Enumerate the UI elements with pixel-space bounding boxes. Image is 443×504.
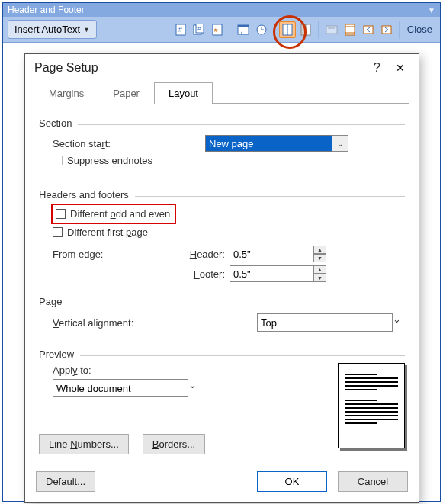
page-setup-dialog: Page Setup ? ✕ Margins Paper Layout Sect… <box>24 53 419 503</box>
page-group-label: Page <box>39 296 62 307</box>
vertical-alignment-label: Vertical alignment: <box>53 317 257 329</box>
insert-autotext-button[interactable]: Insert AutoText ▼ <box>8 20 97 39</box>
page-setup-icon[interactable] <box>279 21 296 38</box>
toolbar-separator <box>274 21 275 39</box>
svg-rect-15 <box>301 24 306 35</box>
different-first-page-checkbox[interactable] <box>53 227 63 237</box>
svg-rect-16 <box>306 24 310 35</box>
suppress-endnotes-label: Suppress endnotes <box>67 155 152 166</box>
insert-page-number-icon[interactable]: # <box>172 21 189 38</box>
switch-header-footer-icon[interactable] <box>342 21 358 38</box>
default-button[interactable]: Default... <box>36 471 95 492</box>
spin-down-icon[interactable]: ▼ <box>313 254 326 262</box>
tab-paper[interactable]: Paper <box>98 82 154 104</box>
svg-rect-23 <box>382 26 391 34</box>
chevron-down-icon[interactable]: ⌄ <box>188 379 197 397</box>
preview-thumbnail <box>338 363 405 448</box>
svg-rect-14 <box>287 24 292 35</box>
apply-to-value[interactable] <box>53 379 188 397</box>
dialog-titlebar[interactable]: Page Setup ? ✕ <box>25 54 419 82</box>
different-odd-even-label: Different odd and even <box>70 208 170 220</box>
insert-autotext-label: Insert AutoText <box>14 24 80 35</box>
format-page-number-icon[interactable]: # <box>209 21 226 38</box>
section-start-combo[interactable]: New page ⌄ <box>205 135 348 152</box>
toolbar-separator <box>399 21 400 39</box>
svg-text:#: # <box>214 27 218 34</box>
svg-rect-22 <box>364 26 373 34</box>
toolbar-title: Header and Footer <box>8 5 85 15</box>
show-hide-text-icon[interactable] <box>297 21 314 38</box>
svg-text:7: 7 <box>240 29 243 34</box>
borders-button[interactable]: Borders... <box>143 434 205 454</box>
toolbar-separator <box>318 21 319 39</box>
svg-rect-19 <box>345 24 355 35</box>
footer-distance-spinner[interactable]: ▲▼ <box>230 265 326 282</box>
spin-up-icon[interactable]: ▲ <box>313 246 326 254</box>
tab-strip: Margins Paper Layout <box>34 82 409 104</box>
toolbar-dropdown-icon[interactable]: ▼ <box>428 6 435 14</box>
cancel-button[interactable]: Cancel <box>338 471 408 492</box>
preview-group-label: Preview <box>39 348 74 360</box>
section-start-label: Section start: <box>53 138 205 149</box>
header-distance-input[interactable] <box>230 246 313 262</box>
same-as-previous-icon[interactable] <box>323 21 340 38</box>
toolbar-separator <box>230 21 231 39</box>
svg-text:#: # <box>178 26 182 34</box>
footer-distance-input[interactable] <box>230 265 313 282</box>
footer-label: Footer: <box>120 268 230 280</box>
section-start-value: New page <box>205 135 332 152</box>
svg-rect-8 <box>238 25 249 27</box>
apply-to-label: Apply to: <box>53 364 338 376</box>
tab-margins[interactable]: Margins <box>34 82 98 104</box>
spin-down-icon[interactable]: ▼ <box>313 274 326 282</box>
line-numbers-button[interactable]: Line Numbers... <box>39 434 129 454</box>
apply-to-combo[interactable]: ⌄ <box>53 379 181 397</box>
show-previous-icon[interactable] <box>360 21 377 38</box>
close-toolbar-button[interactable]: Close <box>404 24 435 35</box>
vertical-alignment-value[interactable] <box>257 313 393 332</box>
svg-rect-17 <box>326 26 337 34</box>
toolbar-title-bar[interactable]: Header and Footer ▼ <box>3 3 440 17</box>
dialog-title: Page Setup <box>34 61 98 75</box>
section-group-label: Section <box>39 117 72 129</box>
svg-rect-13 <box>283 24 287 35</box>
header-distance-spinner[interactable]: ▲▼ <box>230 246 326 262</box>
insert-time-icon[interactable] <box>253 21 270 38</box>
help-button[interactable]: ? <box>363 60 391 75</box>
vertical-alignment-combo[interactable]: ⌄ <box>257 313 347 332</box>
svg-text:#: # <box>197 25 201 32</box>
header-footer-toolbar: Header and Footer ▼ Insert AutoText ▼ # … <box>3 3 440 43</box>
caret-down-icon: ▼ <box>83 26 90 34</box>
odd-even-highlight: Different odd and even <box>51 204 176 224</box>
headers-footers-group-label: Headers and footers <box>39 189 129 201</box>
from-edge-label: From edge: <box>53 249 120 260</box>
different-first-page-label: Different first page <box>67 226 148 238</box>
insert-pages-count-icon[interactable]: # <box>191 21 207 38</box>
ok-button[interactable]: OK <box>257 471 327 492</box>
chevron-down-icon[interactable]: ⌄ <box>332 135 348 152</box>
header-label: Header: <box>120 249 230 260</box>
spin-up-icon[interactable]: ▲ <box>313 265 326 274</box>
show-next-icon[interactable] <box>378 21 395 38</box>
insert-date-icon[interactable]: 7 <box>235 21 252 38</box>
suppress-endnotes-checkbox <box>53 156 63 165</box>
tab-layout[interactable]: Layout <box>154 82 213 104</box>
chevron-down-icon[interactable]: ⌄ <box>393 313 401 332</box>
different-odd-even-checkbox[interactable] <box>56 209 66 219</box>
close-icon[interactable]: ✕ <box>391 62 409 74</box>
